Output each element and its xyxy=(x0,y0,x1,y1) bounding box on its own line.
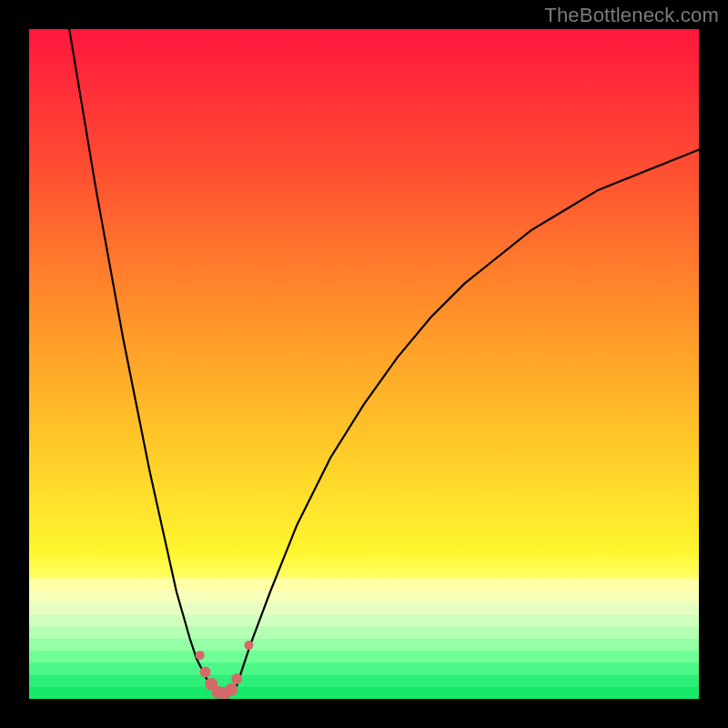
valley-marker xyxy=(200,667,211,678)
valley-marker xyxy=(225,683,238,696)
watermark-text: TheBottleneck.com xyxy=(544,4,719,27)
color-band xyxy=(29,627,699,640)
color-band xyxy=(29,591,699,603)
valley-marker xyxy=(231,673,242,684)
bottom-bands xyxy=(29,579,699,699)
color-band xyxy=(29,687,699,699)
color-band xyxy=(29,614,699,627)
chart-svg xyxy=(29,29,699,699)
plot-area xyxy=(29,29,699,699)
color-band xyxy=(29,602,699,615)
valley-marker xyxy=(244,641,253,650)
color-band xyxy=(29,662,699,675)
color-band xyxy=(29,651,699,663)
color-band xyxy=(29,579,699,592)
chart-frame: TheBottleneck.com xyxy=(0,0,728,728)
color-band xyxy=(29,675,699,688)
color-band xyxy=(29,639,699,652)
valley-marker xyxy=(196,651,205,660)
